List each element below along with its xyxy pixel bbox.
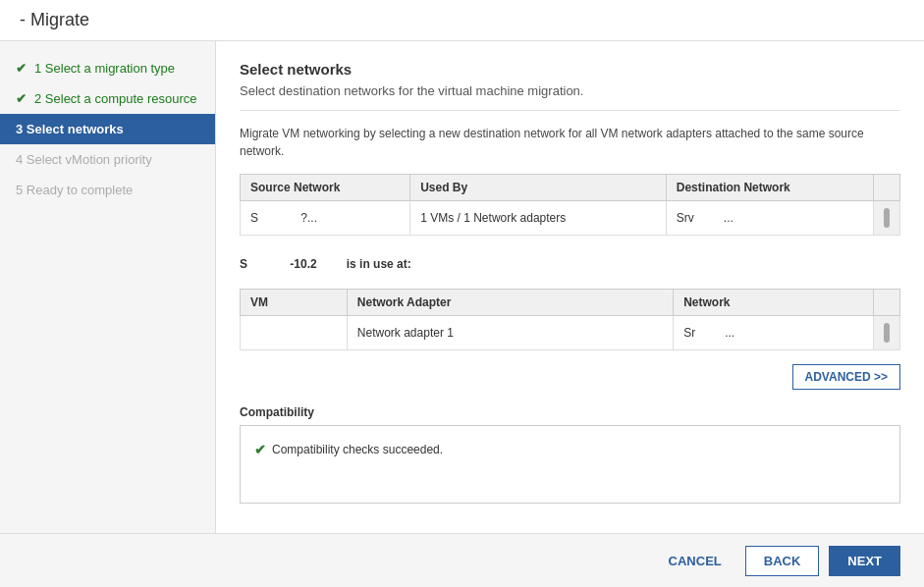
compatibility-box: ✔ Compatibility checks succeeded. xyxy=(240,425,900,504)
compatibility-label: Compatibility xyxy=(240,405,900,419)
source-prefix: S xyxy=(250,211,258,225)
compat-success-row: ✔ Compatibility checks succeeded. xyxy=(254,442,886,457)
vm-table: VM Network Adapter Network Network adapt… xyxy=(240,289,900,350)
check-icon-step1: ✔ xyxy=(16,61,27,76)
col-network: Network xyxy=(674,290,874,316)
sidebar-item-step5: 5 Ready to complete xyxy=(0,175,215,205)
sidebar-item-step4: 4 Select vMotion priority xyxy=(0,144,215,175)
vm-table-row: Network adapter 1 Sr ... xyxy=(241,316,900,350)
table-row: S ?... 1 VMs / 1 Network adapters Srv ..… xyxy=(241,201,900,236)
source-suffix: ?... xyxy=(300,211,317,225)
scrollbar-thumb[interactable] xyxy=(884,208,890,228)
source-network-cell: S ?... xyxy=(241,201,410,236)
sidebar-item-step2[interactable]: ✔ 2 Select a compute resource xyxy=(0,83,215,114)
vm-scroll-col-header xyxy=(874,290,900,316)
network-table: Source Network Used By Destination Netwo… xyxy=(240,174,900,236)
used-by-cell: 1 VMs / 1 Network adapters xyxy=(410,201,667,236)
col-network-adapter: Network Adapter xyxy=(347,290,673,316)
cancel-button[interactable]: CANCEL xyxy=(655,548,735,574)
network-prefix: Sr xyxy=(683,326,695,340)
info-suffix: is in use at: xyxy=(347,257,411,271)
vm-cell xyxy=(241,316,348,350)
sidebar: ✔ 1 Select a migration type ✔ 2 Select a… xyxy=(0,41,216,585)
scroll-col-header xyxy=(874,175,900,201)
description-text: Migrate VM networking by selecting a new… xyxy=(240,125,900,160)
info-prefix: S xyxy=(240,257,247,271)
title-bar: - Migrate xyxy=(0,0,924,41)
sidebar-item-step3[interactable]: 3 Select networks xyxy=(0,114,215,144)
content-subtitle: Select destination networks for the virt… xyxy=(240,83,900,111)
destination-cell: Srv ... xyxy=(666,201,873,236)
advanced-btn-row: ADVANCED >> xyxy=(240,364,900,390)
network-suffix: ... xyxy=(725,326,734,340)
advanced-button[interactable]: ADVANCED >> xyxy=(792,364,900,390)
col-source-network: Source Network xyxy=(241,175,410,201)
sidebar-label-step5: 5 Ready to complete xyxy=(16,183,133,197)
destination-suffix: ... xyxy=(724,211,734,225)
check-icon-step2: ✔ xyxy=(16,91,27,106)
sidebar-label-step4: 4 Select vMotion priority xyxy=(16,152,152,167)
col-vm: VM xyxy=(241,290,348,316)
col-used-by: Used By xyxy=(410,175,667,201)
sidebar-item-step1[interactable]: ✔ 1 Select a migration type xyxy=(0,53,215,83)
next-button[interactable]: NEXT xyxy=(829,546,900,576)
scroll-cell xyxy=(874,201,900,236)
page-title: - Migrate xyxy=(20,10,89,30)
destination-prefix: Srv xyxy=(677,211,694,225)
info-row: S -10.2 is in use at: xyxy=(240,253,900,275)
network-table-wrapper: Source Network Used By Destination Netwo… xyxy=(240,174,900,253)
adapter-cell: Network adapter 1 xyxy=(347,316,673,350)
vm-table-wrapper: VM Network Adapter Network Network adapt… xyxy=(240,289,900,364)
sidebar-label-step3: 3 Select networks xyxy=(16,122,124,136)
sidebar-label-step2: 2 Select a compute resource xyxy=(34,91,196,106)
sidebar-label-step1: 1 Select a migration type xyxy=(34,61,175,76)
back-button[interactable]: BACK xyxy=(745,546,820,576)
compatibility-section: Compatibility ✔ Compatibility checks suc… xyxy=(240,405,900,504)
footer: CANCEL BACK NEXT xyxy=(0,533,924,587)
network-cell: Sr ... xyxy=(674,316,874,350)
info-middle: -10.2 xyxy=(290,257,316,271)
vm-scroll-cell xyxy=(874,316,900,350)
compat-status-text: Compatibility checks succeeded. xyxy=(272,443,443,456)
col-destination-network: Destination Network xyxy=(666,175,873,201)
content-area: Select networks Select destination netwo… xyxy=(216,41,924,585)
compat-check-icon: ✔ xyxy=(254,442,266,457)
vm-scrollbar-thumb[interactable] xyxy=(884,323,890,343)
content-title: Select networks xyxy=(240,61,900,78)
